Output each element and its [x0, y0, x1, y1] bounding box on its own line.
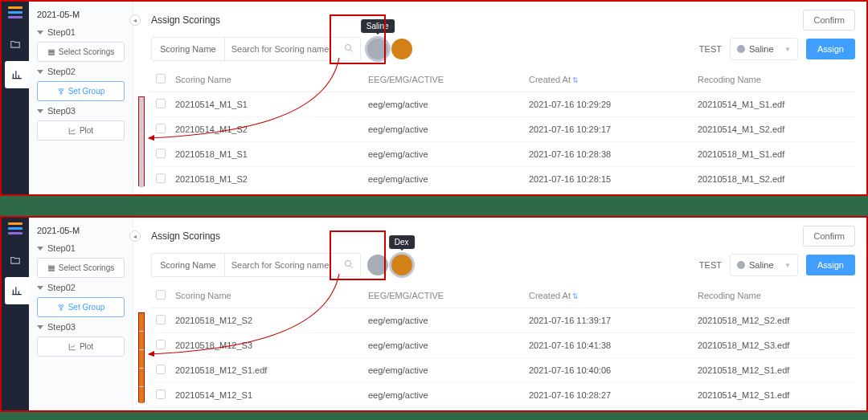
cell-eeg: eeg/emg/active: [363, 308, 524, 333]
th-name[interactable]: Scoring Name: [170, 67, 363, 92]
nav-folder[interactable]: [2, 31, 29, 58]
logo-icon: [8, 222, 23, 237]
th-rec[interactable]: Recoding Name: [693, 67, 855, 92]
table-row[interactable]: 20210514_M1_S2 eeg/emg/active 2021-07-16…: [151, 117, 855, 142]
chevron-down-icon: ▼: [784, 262, 791, 269]
cell-eeg: eeg/emg/active: [363, 333, 524, 358]
checkbox-icon[interactable]: [156, 365, 166, 374]
step01-header[interactable]: Step01: [37, 27, 125, 37]
set-group-button[interactable]: Set Group: [37, 81, 125, 101]
cell-scoring-name: 20210514_M12_S1: [170, 383, 363, 408]
sort-icon: ⇅: [572, 292, 579, 300]
vertical-nav: [2, 218, 29, 410]
checkbox-icon[interactable]: [156, 124, 166, 133]
search-icon[interactable]: [338, 258, 360, 272]
group-circle-orange[interactable]: [391, 255, 412, 275]
cell-eeg: eeg/emg/active: [363, 358, 524, 383]
step03-header[interactable]: Step03: [37, 106, 125, 116]
th-date[interactable]: Created At⇅: [524, 283, 693, 308]
logo-icon: [8, 6, 23, 21]
checkbox-icon[interactable]: [156, 389, 166, 399]
cell-recording: 20210514_M1_S2.edf: [693, 117, 855, 142]
th-eeg[interactable]: EEG/EMG/ACTIVE: [363, 283, 524, 308]
cell-eeg: eeg/emg/active: [363, 383, 524, 408]
collapse-handle[interactable]: ◄: [129, 14, 141, 26]
table-row[interactable]: 20210518_M1_S1 eeg/emg/active 2021-07-16…: [151, 142, 855, 167]
cell-date: 2021-07-16 10:29:17: [524, 117, 693, 142]
table-row[interactable]: 20210514_M12_S1 eeg/emg/active 2021-07-1…: [151, 383, 855, 408]
list-icon: [47, 264, 55, 272]
cell-scoring-name: 20210518_M12_S1.edf: [170, 358, 363, 383]
checkbox-icon[interactable]: [156, 173, 166, 183]
table-row[interactable]: 20210518_M1_S2 eeg/emg/active 2021-07-16…: [151, 167, 855, 192]
search-input[interactable]: [225, 260, 338, 270]
cell-eeg: eeg/emg/active: [363, 92, 524, 117]
assign-button[interactable]: Assign: [806, 39, 855, 59]
dot-icon: [737, 261, 745, 269]
svg-point-11: [61, 304, 63, 307]
checkbox-icon[interactable]: [156, 149, 166, 158]
step02-header[interactable]: Step02: [37, 67, 125, 76]
main-area: Assign Scorings Confirm Scoring Name: [133, 218, 866, 410]
cell-date: 2021-07-16 11:39:17: [524, 308, 693, 333]
table-row[interactable]: 20210518_M12_S3 eeg/emg/active 2021-07-1…: [151, 333, 855, 358]
checkbox-icon[interactable]: [156, 99, 166, 108]
search-icon[interactable]: [338, 42, 360, 56]
assign-button[interactable]: Assign: [806, 255, 855, 275]
cell-recording: 20210514_M12_S1.edf: [693, 383, 855, 408]
search-input[interactable]: [225, 44, 338, 54]
svg-point-5: [59, 92, 62, 94]
plot-button[interactable]: Plot: [37, 120, 125, 141]
svg-rect-1: [48, 51, 54, 52]
nav-folder[interactable]: [2, 247, 29, 274]
table-row[interactable]: 20210514_M1_S1 eeg/emg/active 2021-07-16…: [151, 92, 855, 117]
collapse-handle[interactable]: ◄: [129, 230, 141, 242]
step02-header[interactable]: Step02: [37, 283, 125, 292]
nav-chart[interactable]: [5, 61, 29, 88]
cell-eeg: eeg/emg/active: [363, 117, 524, 142]
confirm-button[interactable]: Confirm: [803, 226, 855, 247]
sidebar: 2021-05-M Step01 Select Scorings Step02 …: [29, 2, 133, 194]
cell-scoring-name: 20210518_M12_S3: [170, 333, 363, 358]
confirm-button[interactable]: Confirm: [803, 10, 855, 31]
group-icon: [57, 88, 65, 96]
nav-chart[interactable]: [5, 277, 29, 304]
group-circle-grey[interactable]: [367, 255, 388, 275]
th-eeg[interactable]: EEG/EMG/ACTIVE: [363, 67, 524, 92]
search-box: Scoring Name: [151, 37, 361, 61]
select-all-checkbox[interactable]: [156, 290, 166, 300]
cell-recording: 20210518_M1_S1.edf: [693, 142, 855, 167]
svg-point-10: [59, 304, 61, 307]
cell-scoring-name: 20210514_M1_S2: [170, 117, 363, 142]
svg-rect-0: [48, 50, 54, 51]
cell-scoring-name: 20210518_M1_S1: [170, 142, 363, 167]
step03-header[interactable]: Step03: [37, 322, 125, 332]
th-date[interactable]: Created At⇅: [524, 67, 693, 92]
th-name[interactable]: Scoring Name: [170, 283, 363, 308]
group-circle-grey[interactable]: [367, 39, 388, 59]
scorings-table: Scoring Name EEG/EMG/ACTIVE Created At⇅ …: [151, 67, 855, 192]
table-row[interactable]: 20210518_M12_S2 eeg/emg/active 2021-07-1…: [151, 308, 855, 333]
cell-eeg: eeg/emg/active: [363, 142, 524, 167]
plot-button[interactable]: Plot: [37, 336, 125, 357]
step01-header[interactable]: Step01: [37, 243, 125, 253]
checkbox-icon[interactable]: [156, 340, 166, 349]
group-select[interactable]: Saline ▼: [730, 254, 798, 276]
select-scorings-button[interactable]: Select Scorings: [37, 42, 125, 62]
group-circle-orange[interactable]: [391, 39, 412, 59]
group-select[interactable]: Saline ▼: [730, 38, 798, 60]
select-all-checkbox[interactable]: [156, 74, 166, 84]
th-rec[interactable]: Recoding Name: [693, 283, 855, 308]
table-row[interactable]: 20210518_M12_S1.edf eeg/emg/active 2021-…: [151, 358, 855, 383]
svg-point-13: [345, 261, 350, 267]
main-area: Assign Scorings Confirm Scoring Name: [133, 2, 866, 194]
cell-recording: 20210518_M1_S2.edf: [693, 167, 855, 192]
vertical-nav: [2, 2, 29, 194]
group-tooltip: Saline: [361, 19, 395, 33]
checkbox-icon[interactable]: [156, 315, 166, 324]
set-group-button[interactable]: Set Group: [37, 297, 125, 317]
search-box: Scoring Name: [151, 253, 361, 277]
cell-date: 2021-07-16 10:41:38: [524, 333, 693, 358]
select-scorings-button[interactable]: Select Scorings: [37, 258, 125, 278]
dot-icon: [737, 45, 745, 53]
